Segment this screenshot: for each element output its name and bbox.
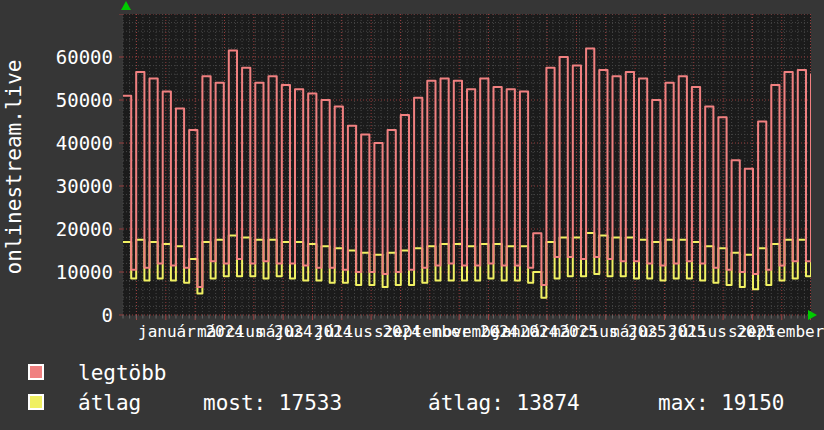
y-tick-label: 0	[0, 304, 113, 326]
legend-label-legtobb: legtöbb	[78, 361, 167, 385]
x-axis-label: július 2024	[315, 323, 421, 341]
y-axis-arrow-icon	[121, 1, 131, 10]
y-axis-tick-labels: 0100002000030000400005000060000	[0, 0, 113, 330]
x-axis-label: január 2025	[492, 323, 598, 341]
stat-max: max: 19150	[658, 391, 784, 415]
stat-most: most: 17533	[203, 391, 342, 415]
x-axis-label: május 2025	[610, 323, 706, 341]
x-axis-arrow-icon	[808, 310, 817, 320]
x-axis-label: március 2025	[551, 323, 667, 341]
x-axis-label: május 2024	[256, 323, 352, 341]
x-axis-label: július 2025	[669, 323, 775, 341]
chart-canvas: onlinestream.live 0100002000030000400005…	[0, 0, 824, 430]
x-axis-label: szeptember 2025	[728, 323, 824, 341]
y-tick-label: 50000	[0, 89, 113, 111]
legend-swatch-atlag	[28, 394, 44, 410]
x-axis-label: január 2024	[138, 323, 244, 341]
legend-swatch-legtobb	[28, 364, 44, 380]
y-tick-label: 30000	[0, 175, 113, 197]
stat-atlag: átlag: 13874	[428, 391, 580, 415]
y-tick-label: 40000	[0, 132, 113, 154]
legend-label-atlag: átlag	[78, 391, 141, 415]
y-tick-label: 60000	[0, 46, 113, 68]
x-axis-label: november 2024	[433, 323, 558, 341]
y-tick-label: 10000	[0, 261, 113, 283]
plot-area	[118, 14, 811, 324]
y-tick-label: 20000	[0, 218, 113, 240]
x-axis-label: március 2024	[197, 323, 313, 341]
x-axis-label: szeptember 2024	[374, 323, 519, 341]
